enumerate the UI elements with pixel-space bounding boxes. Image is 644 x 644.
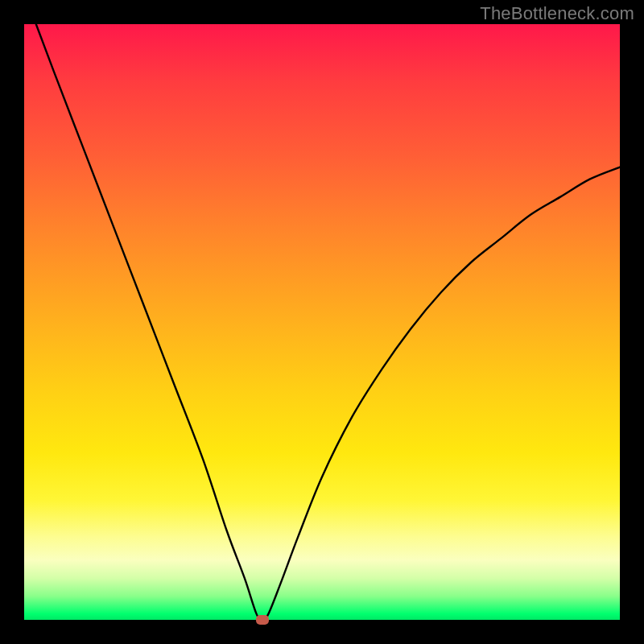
watermark-text: TheBottleneck.com [480, 3, 634, 24]
chart-frame: TheBottleneck.com [0, 0, 644, 644]
plot-area [24, 24, 620, 620]
bottleneck-curve [24, 24, 620, 620]
optimum-marker-icon [256, 615, 269, 625]
